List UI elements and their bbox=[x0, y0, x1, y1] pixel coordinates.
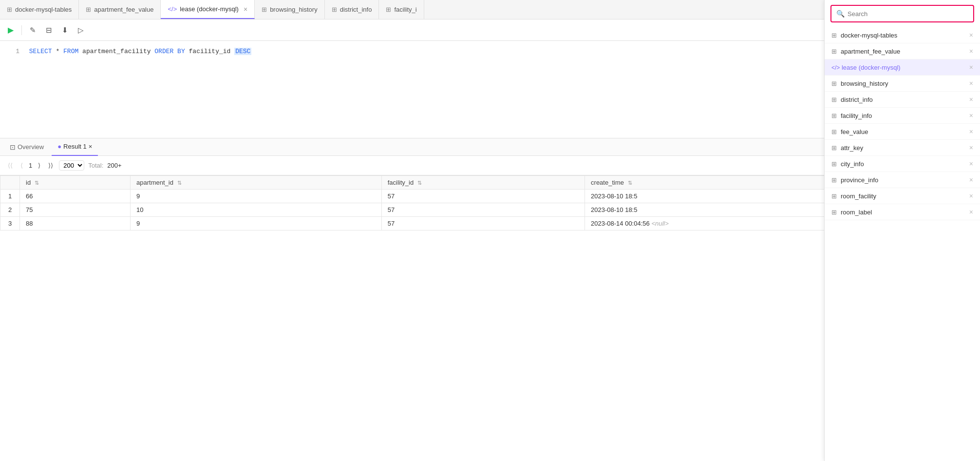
dropdown-item-city_info[interactable]: ⊞city_info× bbox=[825, 156, 980, 172]
tab-facility_i[interactable]: ⊞facility_i bbox=[379, 0, 424, 19]
col-name: facility_id bbox=[189, 48, 235, 55]
cell-id[interactable]: 75 bbox=[20, 203, 131, 217]
cell-row_num: 1 bbox=[0, 190, 20, 203]
dropdown-item-lease[interactable]: </></> lease (docker-mysql)× bbox=[825, 59, 980, 76]
tab-browsing_history[interactable]: ⊞browsing_history bbox=[255, 0, 325, 19]
kw-star: * bbox=[56, 48, 63, 55]
cell-row_num: 3 bbox=[0, 217, 20, 230]
tab-label: district_info bbox=[340, 6, 372, 13]
table-item-icon: ⊞ bbox=[831, 144, 837, 152]
tab-apartment_fee_value[interactable]: ⊞apartment_fee_value bbox=[79, 0, 161, 19]
table-item-icon: ⊞ bbox=[831, 176, 837, 184]
dropdown-item-fee_value[interactable]: ⊞fee_value× bbox=[825, 124, 980, 140]
tab-label: browsing_history bbox=[270, 6, 318, 13]
tab-label: facility_i bbox=[394, 6, 416, 13]
tab-docker-mysql-tables[interactable]: ⊞docker-mysql-tables bbox=[0, 0, 79, 19]
sort-icon: ⇅ bbox=[177, 180, 182, 186]
kw-order: ORDER BY bbox=[154, 48, 185, 55]
dropdown-item-label: </> lease (docker-mysql) bbox=[831, 64, 965, 71]
dropdown-item-close[interactable]: × bbox=[969, 79, 973, 87]
table-tab-icon: ⊞ bbox=[262, 6, 267, 13]
prev-page-button[interactable]: ⟨ bbox=[19, 161, 25, 170]
dropdown-item-label: browsing_history bbox=[841, 80, 965, 87]
save-button[interactable]: ⊟ bbox=[44, 24, 54, 37]
table-item-icon: ⊞ bbox=[831, 80, 837, 87]
tab-result1[interactable]: ● Result 1 × bbox=[52, 138, 98, 156]
dropdown-item-label: province_info bbox=[841, 176, 965, 184]
dropdown-item-apartment_fee_value[interactable]: ⊞apartment_fee_value× bbox=[825, 43, 980, 59]
kw-from: FROM bbox=[63, 48, 78, 55]
sort-icon: ⇅ bbox=[35, 180, 39, 186]
dropdown-item-district_info[interactable]: ⊞district_info× bbox=[825, 92, 980, 108]
dropdown-item-browsing_history[interactable]: ⊞browsing_history× bbox=[825, 76, 980, 92]
tab-dropdown-panel: 🔍 ⊞docker-mysql-tables×⊞apartment_fee_va… bbox=[824, 0, 980, 461]
tab-lease[interactable]: </>lease (docker-mysql)× bbox=[161, 0, 255, 19]
run-button[interactable]: ▶ bbox=[6, 23, 16, 37]
result1-close[interactable]: × bbox=[89, 143, 93, 150]
dropdown-item-room_label[interactable]: ⊞room_label× bbox=[825, 204, 980, 220]
cell-id[interactable]: 66 bbox=[20, 190, 131, 203]
dropdown-item-close[interactable]: × bbox=[969, 160, 973, 168]
result1-label: Result 1 bbox=[63, 143, 87, 150]
dropdown-item-label: room_facility bbox=[841, 192, 965, 200]
dropdown-item-label: fee_value bbox=[841, 128, 965, 135]
current-page: 1 bbox=[29, 162, 32, 169]
dropdown-item-close[interactable]: × bbox=[969, 47, 973, 55]
dropdown-item-province_info[interactable]: ⊞province_info× bbox=[825, 172, 980, 188]
cell-id[interactable]: 88 bbox=[20, 217, 131, 230]
edit-button[interactable]: ✎ bbox=[28, 24, 38, 37]
overview-label: Overview bbox=[18, 143, 44, 151]
kw-desc: DESC bbox=[234, 48, 251, 55]
col-header-apartment_id[interactable]: apartment_id ⇅ bbox=[131, 176, 382, 190]
cell-apartment_id[interactable]: 9 bbox=[131, 217, 382, 230]
table-tab-icon: ⊞ bbox=[332, 6, 337, 13]
tab-overview[interactable]: ⊡ Overview bbox=[4, 138, 50, 156]
tab-close-button[interactable]: × bbox=[244, 6, 247, 13]
search-input[interactable] bbox=[848, 10, 968, 18]
dropdown-item-close[interactable]: × bbox=[969, 31, 973, 39]
total-label: Total: bbox=[88, 162, 103, 169]
dropdown-item-label: city_info bbox=[841, 160, 965, 168]
download-button[interactable]: ⬇ bbox=[60, 24, 70, 37]
dropdown-item-close[interactable]: × bbox=[969, 96, 973, 103]
last-page-button[interactable]: ⟩⟩ bbox=[46, 161, 55, 170]
dropdown-item-close[interactable]: × bbox=[969, 63, 973, 71]
next-page-button[interactable]: ⟩ bbox=[36, 161, 42, 170]
cell-apartment_id[interactable]: 10 bbox=[131, 203, 382, 217]
dropdown-item-close[interactable]: × bbox=[969, 112, 973, 119]
dropdown-item-close[interactable]: × bbox=[969, 128, 973, 135]
cell-facility_id[interactable]: 57 bbox=[381, 217, 584, 230]
tab-district_info[interactable]: ⊞district_info bbox=[325, 0, 379, 19]
table-item-icon: ⊞ bbox=[831, 48, 837, 55]
first-page-button[interactable]: ⟨⟨ bbox=[6, 161, 15, 170]
tab-label: docker-mysql-tables bbox=[15, 6, 72, 13]
dropdown-item-docker-mysql-tables[interactable]: ⊞docker-mysql-tables× bbox=[825, 27, 980, 43]
exec-button[interactable]: ▷ bbox=[76, 24, 86, 37]
cell-row_num: 2 bbox=[0, 203, 20, 217]
table-name: apartment_facility bbox=[82, 48, 154, 55]
dropdown-item-facility_info[interactable]: ⊞facility_info× bbox=[825, 108, 980, 124]
dropdown-item-label: facility_info bbox=[841, 112, 965, 119]
search-box[interactable]: 🔍 bbox=[830, 5, 974, 22]
col-header-facility_id[interactable]: facility_id ⇅ bbox=[381, 176, 584, 190]
cell-apartment_id[interactable]: 9 bbox=[131, 190, 382, 203]
per-page-select[interactable]: 200 100 500 bbox=[59, 160, 84, 171]
sort-icon: ⇅ bbox=[417, 180, 422, 186]
col-header-id[interactable]: id ⇅ bbox=[20, 176, 131, 190]
table-item-icon: ⊞ bbox=[831, 96, 837, 103]
cell-facility_id[interactable]: 57 bbox=[381, 190, 584, 203]
toolbar-separator-1 bbox=[21, 25, 22, 35]
line-number: 1 bbox=[8, 47, 19, 57]
dropdown-item-attr_key[interactable]: ⊞attr_key× bbox=[825, 140, 980, 156]
dropdown-item-close[interactable]: × bbox=[969, 176, 973, 184]
table-tab-icon: ⊞ bbox=[386, 6, 391, 13]
search-icon: 🔍 bbox=[836, 10, 845, 18]
dropdown-item-room_facility[interactable]: ⊞room_facility× bbox=[825, 188, 980, 204]
dropdown-item-label: docker-mysql-tables bbox=[841, 32, 965, 39]
dropdown-item-close[interactable]: × bbox=[969, 144, 973, 152]
null-value: <null> bbox=[650, 220, 669, 227]
cell-facility_id[interactable]: 57 bbox=[381, 203, 584, 217]
sort-icon: ⇅ bbox=[628, 180, 632, 186]
dropdown-item-close[interactable]: × bbox=[969, 208, 973, 216]
dropdown-item-close[interactable]: × bbox=[969, 192, 973, 200]
